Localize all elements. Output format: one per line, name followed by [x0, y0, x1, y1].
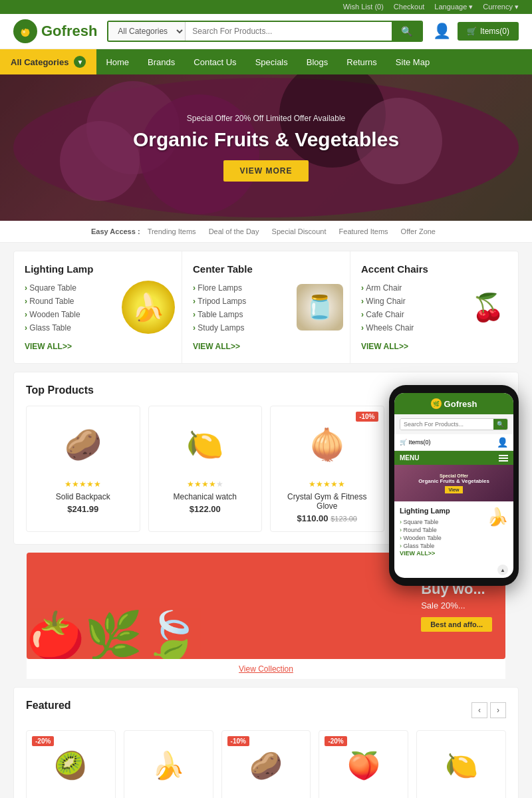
red-banner-content: Buy wo... Sale 20%... Best and affo...: [421, 581, 492, 632]
wishlist-link[interactable]: Wish List (0): [343, 3, 384, 11]
phone-logo-icon: 🌿: [431, 398, 442, 409]
user-icon[interactable]: 👤: [433, 23, 451, 40]
phone-list-item[interactable]: Glass Table: [400, 542, 508, 550]
hero-content: Special Offer 20% Off Limited Offer Avai…: [133, 114, 399, 182]
phone-hero: Special Offer Organic Fruits & Vegetable…: [394, 465, 513, 501]
all-categories-button[interactable]: All Categories ▼: [0, 49, 96, 74]
product-stars: ★★★★★: [279, 479, 376, 489]
nav-bar: All Categories ▼ Home Brands Contact Us …: [0, 49, 532, 74]
featured-header: Featured ‹ ›: [26, 700, 506, 721]
hero-subtitle: Special Offer 20% Off Limited Offer Avai…: [133, 114, 399, 123]
phone-menu-bar: MENU: [394, 451, 513, 465]
phone-list-item[interactable]: Wooden Table: [400, 534, 508, 542]
product-stars: ★★★★★: [35, 479, 132, 489]
category-title-accent: Accent Chairs: [361, 263, 507, 275]
product-card: 🥔 ★★★★★ Solid Backpack $241.99: [26, 406, 140, 532]
cart-icon: 🛒: [467, 27, 477, 36]
nav-sitemap[interactable]: Site Map: [386, 51, 439, 74]
phone-banana-icon: 🍌: [487, 507, 508, 527]
easy-access-offer[interactable]: Offer Zone: [401, 227, 436, 235]
category-cards: Lighting Lamp Square Table Round Table W…: [13, 251, 519, 364]
featured-card: -10% 🥔: [221, 730, 311, 798]
logo-text: Gofresh: [41, 23, 97, 40]
featured-grid: -20% 🥝 🍌 -10% 🥔 -20% 🍑 🍋: [26, 730, 506, 798]
language-dropdown[interactable]: Language ▾: [434, 3, 473, 11]
view-all-lighting[interactable]: VIEW ALL>>: [25, 342, 72, 351]
jar-icon: 🫙: [297, 284, 343, 331]
featured-image: 🍌: [132, 739, 205, 792]
prev-arrow-button[interactable]: ‹: [471, 702, 487, 718]
phone-scroll-up-button[interactable]: ▲: [497, 565, 508, 575]
product-price: $122.00: [157, 504, 254, 514]
featured-card: 🍋: [416, 730, 506, 798]
phone-cart-text: Items(0): [409, 439, 431, 446]
featured-card: -20% 🥝: [26, 730, 116, 798]
easy-access-trending[interactable]: Trending Items: [148, 227, 196, 235]
phone-search: 🔍: [394, 414, 513, 434]
category-card-lighting: Lighting Lamp Square Table Round Table W…: [14, 251, 182, 363]
nav-specials[interactable]: Specials: [246, 51, 297, 74]
product-name: Crystal Gym & Fitness Glove: [279, 492, 376, 511]
products-section-wrapper: Top Products 🥔 ★★★★★ Solid Backpack $241…: [0, 372, 532, 545]
red-banner-subtitle: Sale 20%...: [421, 600, 492, 610]
phone-header: 🌿 Gofresh: [394, 393, 513, 414]
cart-button[interactable]: 🛒 Items(0): [458, 22, 519, 41]
phone-logo-text: Gofresh: [444, 399, 477, 409]
currency-dropdown[interactable]: Currency ▾: [483, 3, 519, 11]
phone-screen: 🌿 Gofresh 🔍 🛒: [394, 393, 513, 578]
product-badge: -10%: [356, 412, 378, 422]
phone-cart-icon: 🛒: [400, 439, 407, 446]
nav-home[interactable]: Home: [96, 51, 138, 74]
category-title-center: Center Table: [193, 263, 339, 275]
nav-returns[interactable]: Returns: [337, 51, 386, 74]
svg-point-0: [21, 28, 30, 37]
category-image-cherry: 🍒: [465, 281, 511, 334]
easy-access-bar: Easy Access : Trending Items Deal of the…: [0, 221, 532, 243]
phone-view-all[interactable]: VIEW ALL>>: [400, 550, 508, 557]
easy-access-featured[interactable]: Featured Items: [339, 227, 388, 235]
product-price: $241.99: [35, 504, 132, 514]
category-select[interactable]: All Categories: [108, 22, 186, 41]
search-area: All Categories 🔍: [107, 21, 423, 42]
easy-access-discount[interactable]: Special Discount: [272, 227, 327, 235]
logo-icon: [13, 19, 37, 43]
phone-frame: 🌿 Gofresh 🔍 🛒: [389, 385, 519, 586]
easy-access-deal[interactable]: Deal of the Day: [209, 227, 259, 235]
product-name: Mechanical watch: [157, 492, 254, 501]
nav-blogs[interactable]: Blogs: [297, 51, 338, 74]
hero-cta-button[interactable]: VIEW MORE: [223, 160, 308, 182]
product-image: 🧅: [279, 414, 376, 474]
nav-contact[interactable]: Contact Us: [184, 51, 245, 74]
featured-image: 🍋: [425, 739, 497, 792]
logo[interactable]: Gofresh: [13, 19, 97, 43]
banana-icon: 🍌: [122, 281, 175, 334]
phone-user-icon[interactable]: 👤: [497, 437, 508, 448]
next-arrow-button[interactable]: ›: [490, 702, 506, 718]
dropdown-arrow-icon: ▼: [74, 56, 86, 68]
nav-brands[interactable]: Brands: [138, 51, 184, 74]
search-input[interactable]: [186, 22, 392, 41]
nav-links: Home Brands Contact Us Specials Blogs Re…: [96, 51, 439, 74]
featured-section: Featured ‹ › -20% 🥝 🍌 -10% 🥔 -20% 🍑: [13, 687, 519, 798]
hero-banner: Special Offer 20% Off Limited Offer Avai…: [0, 74, 532, 221]
featured-badge: -20%: [32, 736, 54, 746]
view-all-accent[interactable]: VIEW ALL>>: [361, 342, 408, 351]
phone-search-input[interactable]: [400, 419, 493, 430]
top-bar: Wish List (0) Checkout Language ▾ Curren…: [0, 0, 532, 14]
phone-menu-label: MENU: [400, 454, 419, 462]
product-card: 🍋 ★★★★★ Mechanical watch $122.00: [148, 406, 263, 532]
checkout-link[interactable]: Checkout: [394, 3, 424, 11]
phone-logo: 🌿 Gofresh: [431, 398, 477, 409]
phone-search-button[interactable]: 🔍: [493, 419, 507, 430]
category-image-jar: 🫙: [297, 284, 343, 331]
red-banner-button[interactable]: Best and affo...: [421, 617, 492, 632]
category-card-accent: Accent Chairs Arm Chair Wing Chair Cafe …: [350, 251, 518, 363]
hamburger-icon[interactable]: [499, 455, 508, 462]
header: Gofresh All Categories 🔍 👤 🛒 Items(0): [0, 14, 532, 49]
view-collection-link[interactable]: View Collection: [27, 659, 505, 679]
veggie-decoration: 🍅🌿🍃: [27, 612, 200, 659]
featured-image: 🥝: [35, 739, 107, 792]
hero-title: Organic Fruits & Vegetables: [133, 128, 399, 151]
view-all-center[interactable]: VIEW ALL>>: [193, 342, 240, 351]
search-button[interactable]: 🔍: [392, 22, 422, 41]
